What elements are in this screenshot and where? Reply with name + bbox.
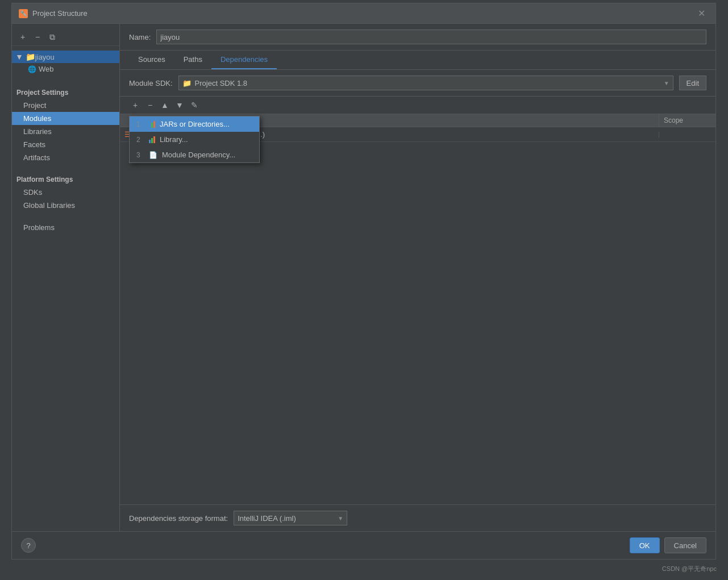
sidebar-item-problems[interactable]: Problems [12, 221, 119, 234]
sdk-select[interactable]: 📁 Project SDK 1.8 ▼ [178, 76, 673, 90]
deps-down-button[interactable]: ▼ [173, 99, 186, 111]
tabs-row: Sources Paths Dependencies [120, 51, 715, 70]
dropdown-item-jars[interactable]: 1 JARs or Directories... [130, 116, 259, 132]
tree-item-web[interactable]: 🌐 Web [12, 63, 119, 75]
dropdown-item-module-dep[interactable]: 3 📄 Module Dependency... [130, 147, 259, 162]
dropdown-item-label-jars: JARs or Directories... [160, 120, 230, 128]
dropdown-item-label-library: Library... [160, 135, 188, 144]
sidebar-item-artifacts[interactable]: Artifacts [12, 151, 119, 164]
module-dep-icon: 📄 [149, 151, 157, 159]
help-button[interactable]: ? [21, 538, 36, 553]
module-tree: ▼ 📁 jiayou 🌐 Web [12, 48, 119, 77]
name-label: Name: [129, 33, 151, 41]
sidebar-add-button[interactable]: + [16, 31, 29, 43]
dropdown-item-library[interactable]: 2 Library... [130, 132, 259, 147]
deps-edit-button[interactable]: ✎ [188, 99, 201, 111]
module-sdk-row: Module SDK: 📁 Project SDK 1.8 ▼ Edit [120, 70, 715, 97]
title-bar: 🔧 Project Structure ✕ [12, 3, 715, 24]
deps-remove-button[interactable]: − [144, 99, 156, 111]
dropdown-item-num-3: 3 [136, 151, 144, 159]
dropdown-item-num-2: 2 [136, 136, 144, 144]
dropdown-item-num-1: 1 [136, 120, 144, 128]
library-icon [149, 136, 155, 143]
sidebar-item-libraries[interactable]: Libraries [12, 125, 119, 138]
main-content: Name: Sources Paths Dependencies Module … [120, 24, 715, 531]
sidebar: + − ⧉ ▼ 📁 jiayou 🌐 Web Project Settings [12, 24, 120, 531]
watermark: CSDN @平无奇npc [662, 565, 717, 573]
format-select[interactable]: IntelliJ IDEA (.iml) ▼ [234, 511, 347, 525]
footer-help: ? [21, 538, 625, 553]
tree-item-jiayou[interactable]: ▼ 📁 jiayou [12, 51, 119, 63]
name-row: Name: [120, 24, 715, 51]
bottom-bar: Dependencies storage format: IntelliJ ID… [120, 504, 715, 531]
tab-paths[interactable]: Paths [174, 51, 211, 69]
name-input[interactable] [156, 30, 706, 44]
footer: ? OK Cancel [12, 531, 715, 559]
deps-table: Scope ☰ < Module source > (Java version … [120, 114, 715, 504]
tree-item-label: jiayou [35, 53, 55, 61]
sidebar-item-global-libraries[interactable]: Global Libraries [12, 199, 119, 212]
platform-settings-header: Platform Settings [12, 173, 119, 186]
dependencies-content: Module SDK: 📁 Project SDK 1.8 ▼ Edit + −… [120, 70, 715, 531]
tab-sources[interactable]: Sources [129, 51, 174, 69]
sidebar-remove-button[interactable]: − [31, 31, 44, 43]
format-value: IntelliJ IDEA (.iml) [238, 514, 338, 523]
dialog-title: Project Structure [32, 9, 694, 18]
deps-row-scope [659, 132, 715, 137]
sidebar-item-modules[interactable]: Modules [12, 112, 119, 125]
app-icon: 🔧 [19, 9, 28, 18]
sdk-folder-icon: 📁 [182, 79, 192, 87]
sidebar-copy-button[interactable]: ⧉ [46, 31, 59, 43]
format-dropdown-arrow-icon: ▼ [338, 515, 343, 521]
sdk-dropdown-arrow-icon: ▼ [664, 80, 669, 86]
sdk-select-text: 📁 Project SDK 1.8 [182, 79, 664, 87]
project-settings-header: Project Settings [12, 86, 119, 99]
sidebar-toolbar: + − ⧉ [12, 28, 119, 46]
add-dependency-dropdown: 1 JARs or Directories... 2 Library... [129, 116, 260, 163]
tab-dependencies[interactable]: Dependencies [211, 51, 277, 69]
deps-up-button[interactable]: ▲ [159, 99, 171, 111]
deps-add-button[interactable]: + [129, 99, 142, 111]
sidebar-item-facets[interactable]: Facets [12, 138, 119, 151]
expand-arrow-icon: ▼ [15, 52, 23, 61]
module-sdk-label: Module SDK: [129, 79, 173, 87]
cancel-button[interactable]: Cancel [664, 537, 706, 553]
edit-sdk-button[interactable]: Edit [679, 76, 706, 90]
project-structure-dialog: 🔧 Project Structure ✕ + − ⧉ ▼ 📁 jiayou 🌐 [11, 3, 716, 560]
deps-col-scope-header: Scope [659, 114, 715, 127]
ok-button[interactable]: OK [630, 537, 660, 553]
sidebar-item-sdks[interactable]: SDKs [12, 186, 119, 199]
jars-icon [149, 121, 155, 128]
deps-toolbar: + − ▲ ▼ ✎ 1 JARs or Directories... [120, 97, 715, 114]
dropdown-item-label-module-dep: Module Dependency... [162, 151, 235, 159]
dialog-body: + − ⧉ ▼ 📁 jiayou 🌐 Web Project Settings [12, 24, 715, 531]
web-icon: 🌐 [28, 65, 36, 73]
close-button[interactable]: ✕ [694, 7, 709, 20]
tree-item-web-label: Web [39, 65, 54, 73]
sidebar-item-project[interactable]: Project [12, 99, 119, 112]
sdk-value: Project SDK 1.8 [195, 79, 248, 87]
bottom-label: Dependencies storage format: [129, 514, 228, 523]
folder-icon: 📁 [26, 52, 35, 61]
